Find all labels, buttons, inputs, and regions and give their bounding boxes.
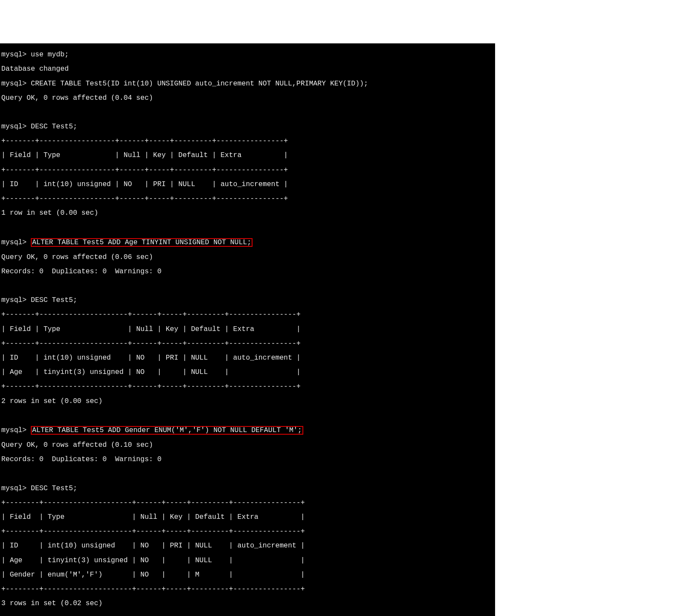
table-sep: +--------+---------------------+------+-… xyxy=(1,499,494,507)
table-row: | ID | int(10) unsigned | NO | PRI | NUL… xyxy=(1,354,494,362)
blank-line xyxy=(1,614,494,616)
cmd-desc: DESC Test5; xyxy=(31,123,77,131)
blank-line xyxy=(1,282,494,290)
table-sep: +-------+------------------+------+-----… xyxy=(1,195,494,203)
mysql-prompt: mysql> xyxy=(1,80,26,88)
prompt-line: mysql> DESC Test5; xyxy=(1,297,494,304)
prompt-line: mysql> DESC Test5; xyxy=(1,485,494,492)
highlight-alter-age: ALTER TABLE Test5 ADD Age TINYINT UNSIGN… xyxy=(31,238,253,247)
prompt-line: mysql> ALTER TABLE Test5 ADD Age TINYINT… xyxy=(1,239,494,247)
table-sep: +--------+---------------------+------+-… xyxy=(1,528,494,535)
mysql-prompt: mysql> xyxy=(1,123,26,131)
prompt-line: mysql> ALTER TABLE Test5 ADD Gender ENUM… xyxy=(1,426,494,435)
cmd-create: CREATE TABLE Test5(ID int(10) UNSIGNED a… xyxy=(31,80,368,88)
mysql-prompt: mysql> xyxy=(1,51,26,59)
table-row: | Age | tinyint(3) unsigned | NO | | NUL… xyxy=(1,557,494,564)
mysql-prompt: mysql> xyxy=(1,296,26,304)
cmd-desc: DESC Test5; xyxy=(31,296,77,304)
table-row: | Age | tinyint(3) unsigned | NO | | NUL… xyxy=(1,369,494,376)
cmd-desc: DESC Test5; xyxy=(31,485,77,492)
table-header: | Field | Type | Null | Key | Default | … xyxy=(1,514,494,521)
cmd-use: use mydb; xyxy=(31,51,69,59)
output-line: Database changed xyxy=(1,66,494,73)
table-header: | Field | Type | Null | Key | Default | … xyxy=(1,152,494,159)
output-line: 1 row in set (0.00 sec) xyxy=(1,210,494,217)
table-header: | Field | Type | Null | Key | Default | … xyxy=(1,326,494,333)
output-line: Query OK, 0 rows affected (0.10 sec) xyxy=(1,442,494,449)
table-sep: +-------+------------------+------+-----… xyxy=(1,167,494,174)
output-line: Query OK, 0 rows affected (0.06 sec) xyxy=(1,254,494,261)
prompt-line: mysql> use mydb; xyxy=(1,51,494,59)
output-line: 3 rows in set (0.02 sec) xyxy=(1,600,494,607)
table-sep: +-------+---------------------+------+--… xyxy=(1,340,494,347)
mysql-prompt: mysql> xyxy=(1,426,26,434)
table-row: | Gender | enum('M','F') | NO | | M | | xyxy=(1,571,494,579)
table-sep: +--------+---------------------+------+-… xyxy=(1,586,494,593)
mysql-prompt: mysql> xyxy=(1,239,26,246)
page-wrapper: mysql> use mydb; Database changed mysql>… xyxy=(0,36,686,616)
output-line: Query OK, 0 rows affected (0.04 sec) xyxy=(1,95,494,102)
terminal-window[interactable]: mysql> use mydb; Database changed mysql>… xyxy=(0,43,495,616)
highlight-alter-gender: ALTER TABLE Test5 ADD Gender ENUM('M','F… xyxy=(31,426,303,435)
table-sep: +-------+------------------+------+-----… xyxy=(1,138,494,145)
blank-line xyxy=(1,224,494,231)
blank-line xyxy=(1,470,494,478)
table-row: | ID | int(10) unsigned | NO | PRI | NUL… xyxy=(1,181,494,188)
blank-line xyxy=(1,412,494,419)
prompt-line: mysql> CREATE TABLE Test5(ID int(10) UNS… xyxy=(1,80,494,88)
table-row: | ID | int(10) unsigned | NO | PRI | NUL… xyxy=(1,542,494,550)
table-sep: +-------+---------------------+------+--… xyxy=(1,383,494,390)
output-line: Records: 0 Duplicates: 0 Warnings: 0 xyxy=(1,456,494,463)
blank-line xyxy=(1,109,494,116)
mysql-prompt: mysql> xyxy=(1,485,26,492)
prompt-line: mysql> DESC Test5; xyxy=(1,123,494,131)
table-sep: +-------+---------------------+------+--… xyxy=(1,311,494,318)
output-line: Records: 0 Duplicates: 0 Warnings: 0 xyxy=(1,268,494,275)
output-line: 2 rows in set (0.00 sec) xyxy=(1,398,494,405)
